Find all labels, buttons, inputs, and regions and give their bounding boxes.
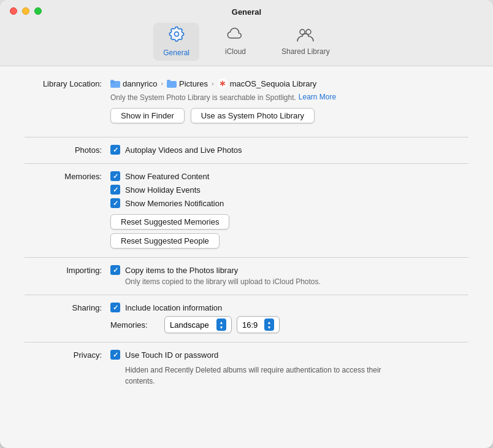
location-row: Include location information [110,303,468,312]
divider-3 [25,257,468,258]
photos-row: Photos: Autoplay Videos and Live Photos [25,145,468,155]
photos-app-icon [218,79,227,88]
shared-library-icon [296,26,315,45]
sharing-label: Sharing: [25,303,110,312]
divider-5 [25,342,468,342]
library-location-label: Library Location: [25,79,110,88]
copy-items-row: Copy items to the Photos library [110,265,468,275]
memories-notification-label: Show Memories Notification [125,199,224,208]
reset-people-button[interactable]: Reset Suggested People [110,233,220,249]
aspect-ratio-select[interactable]: 16:9 ▲ ▼ [237,316,280,333]
learn-more-link[interactable]: Learn More [299,93,336,101]
importing-content: Copy items to the Photos library Only it… [110,265,468,286]
privacy-content: Use Touch ID or password Hidden and Rece… [110,350,468,387]
aspect-ratio-arrows: ▲ ▼ [264,319,274,331]
breadcrumb-user: dannyrico [110,79,157,88]
folder-pictures-icon [167,79,177,88]
tab-general-label: General [163,48,189,57]
toolbar: General iCloud [153,23,339,66]
breadcrumb: dannyrico › Pictures › [110,79,468,88]
copy-items-label: Copy items to the Photos library [125,266,238,275]
aspect-ratio-value: 16:9 [242,320,258,330]
featured-content-label: Show Featured Content [125,172,209,181]
svg-rect-6 [167,81,177,88]
touch-id-label: Use Touch ID or password [125,350,218,360]
photos-content: Autoplay Videos and Live Photos [110,145,468,155]
library-buttons: Show in Finder Use as System Photo Libra… [110,108,468,123]
traffic-lights [10,7,42,15]
touch-id-note: Hidden and Recently Deleted albums will … [125,365,407,387]
spotlight-info: Only the System Photo Library is searcha… [110,92,468,102]
memories-label: Memories: [25,171,110,181]
featured-content-row: Show Featured Content [110,171,468,181]
window-title: General [232,7,261,17]
tab-general[interactable]: General [153,23,199,61]
breadcrumb-library-text: macOS_Sequoia Library [230,79,317,88]
settings-content: Library Location: dannyrico › [0,66,493,448]
autoplay-label: Autoplay Videos and Live Photos [125,145,242,155]
importing-label: Importing: [25,265,110,275]
sharing-select-group: Memories: Landscape ▲ ▼ 16:9 ▲ ▼ [110,316,468,333]
cloud-icon [227,26,244,45]
reset-memories-button[interactable]: Reset Suggested Memories [110,214,229,230]
gear-icon [168,26,185,46]
breadcrumb-pictures-text: Pictures [179,79,208,88]
location-checkbox[interactable] [110,303,120,312]
copy-items-checkbox[interactable] [110,265,120,275]
breadcrumb-user-text: dannyrico [123,79,157,88]
folder-user-icon [110,79,120,88]
featured-content-checkbox[interactable] [110,171,120,181]
svg-rect-7 [167,80,170,82]
breadcrumb-chevron-2: › [212,80,214,87]
touch-id-checkbox[interactable] [110,350,120,360]
orientation-select[interactable]: Landscape ▲ ▼ [164,316,232,333]
holiday-events-row: Show Holiday Events [110,185,468,195]
breadcrumb-library: macOS_Sequoia Library [218,79,317,88]
use-as-system-button[interactable]: Use as System Photo Library [191,108,315,123]
sharing-content: Include location information Memories: L… [110,303,468,333]
copy-items-note: Only items copied to the library will up… [125,277,468,286]
svg-rect-5 [110,80,114,82]
divider-1 [25,137,468,137]
show-in-finder-button[interactable]: Show in Finder [110,108,185,123]
sharing-memories-label: Memories: [110,320,159,330]
orientation-arrows: ▲ ▼ [216,319,226,331]
maximize-button[interactable] [34,7,42,15]
touch-id-row: Use Touch ID or password [110,350,468,360]
minimize-button[interactable] [22,7,29,15]
tab-icloud[interactable]: iCloud [214,23,257,61]
svg-point-0 [174,32,178,36]
memories-row: Memories: Show Featured Content Show Hol… [25,171,468,249]
orientation-value: Landscape [170,320,209,330]
breadcrumb-pictures: Pictures [167,79,208,88]
holiday-events-checkbox[interactable] [110,185,120,195]
autoplay-checkbox[interactable] [110,145,120,155]
location-label: Include location information [125,303,222,312]
memories-notification-row: Show Memories Notification [110,198,468,208]
tab-shared-library[interactable]: Shared Library [272,23,340,61]
reset-buttons: Reset Suggested Memories Reset Suggested… [110,214,468,249]
sharing-row: Sharing: Include location information Me… [25,303,468,333]
autoplay-row: Autoplay Videos and Live Photos [110,145,468,155]
photos-label: Photos: [25,145,110,155]
library-location-content: dannyrico › Pictures › [110,79,468,128]
tab-shared-library-label: Shared Library [281,47,330,56]
spotlight-text: Only the System Photo Library is searcha… [110,93,296,102]
memories-content: Show Featured Content Show Holiday Event… [110,171,468,249]
holiday-events-label: Show Holiday Events [125,185,201,195]
divider-4 [25,295,468,295]
privacy-label: Privacy: [25,350,110,360]
tab-icloud-label: iCloud [225,47,246,56]
titlebar: General General iCloud [0,0,493,66]
importing-row: Importing: Copy items to the Photos libr… [25,265,468,286]
privacy-row: Privacy: Use Touch ID or password Hidden… [25,350,468,387]
divider-2 [25,163,468,164]
library-location-row: Library Location: dannyrico › [25,79,468,128]
close-button[interactable] [10,7,17,15]
memories-notification-checkbox[interactable] [110,198,120,208]
main-window: General General iCloud [0,0,493,448]
breadcrumb-chevron-1: › [161,80,163,87]
